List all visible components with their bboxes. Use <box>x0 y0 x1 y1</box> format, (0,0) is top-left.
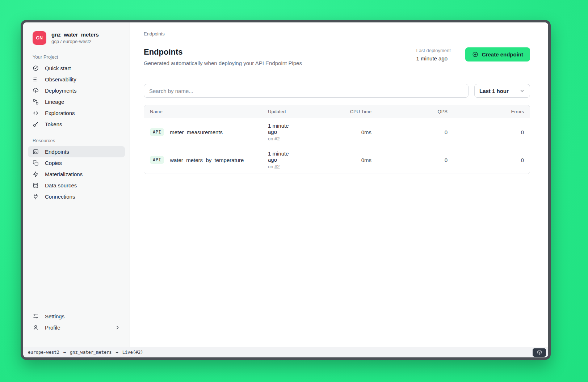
page-title: Endpoints <box>144 47 302 57</box>
sidebar-item-label: Profile <box>45 324 60 331</box>
updated-deployment: on #2 <box>268 164 299 169</box>
cube-icon <box>537 350 542 355</box>
sidebar-item-label: Materializations <box>45 171 83 177</box>
chevron-right-icon <box>115 325 120 330</box>
col-qps: QPS <box>377 109 453 114</box>
last-deployment-value: 1 minute ago <box>416 55 450 61</box>
sidebar-item-label: Connections <box>45 194 75 200</box>
search-input[interactable] <box>144 84 469 98</box>
sidebar-item-label: Observability <box>45 76 76 82</box>
errors-value: 0 <box>453 153 530 167</box>
col-name: Name <box>144 109 262 114</box>
api-badge: API <box>150 156 164 164</box>
errors-value: 0 <box>453 125 530 140</box>
cpu-time-value: 0ms <box>305 153 377 167</box>
sidebar-item-label: Lineage <box>45 99 64 105</box>
endpoint-name-link[interactable]: water_meters_by_temperature <box>170 157 244 163</box>
project-meta: gcp / europe-west2 <box>51 38 99 45</box>
plus-circle-icon <box>472 51 478 58</box>
copy-icon <box>33 160 39 166</box>
sidebar-item-label: Deployments <box>45 88 77 94</box>
sidebar-item-quick-start[interactable]: Quick start <box>28 63 125 74</box>
sidebar-item-materializations[interactable]: Materializations <box>28 169 125 180</box>
create-endpoint-button[interactable]: Create endpoint <box>465 47 530 61</box>
bolt-icon <box>33 171 39 177</box>
section-label-resources: Resources <box>23 130 130 146</box>
updated-deployment: on #2 <box>268 136 299 141</box>
sidebar-item-label: Quick start <box>45 65 71 71</box>
app-window: GN gnz_water_meters gcp / europe-west2 Y… <box>21 20 551 360</box>
sidebar-item-deployments[interactable]: Deployments <box>28 85 125 96</box>
time-filter-value: Last 1 hour <box>479 88 509 94</box>
status-project: gnz_water_meters <box>70 350 112 355</box>
avatar[interactable]: GN <box>33 31 46 45</box>
key-icon <box>33 121 39 127</box>
qps-value: 0 <box>377 125 453 140</box>
updated-on-text: on <box>268 164 273 169</box>
terminal-icon <box>33 149 39 155</box>
col-errors: Errors <box>453 109 530 114</box>
section-label-your-project: Your Project <box>23 46 130 63</box>
table-header: Name Updated CPU Time QPS Errors <box>144 105 530 118</box>
sidebar-item-endpoints[interactable]: Endpoints <box>28 146 125 157</box>
user-icon <box>33 324 39 331</box>
sidebar-item-label: Endpoints <box>45 149 69 155</box>
deployment-link[interactable]: #2 <box>274 164 280 169</box>
updated-on-text: on <box>268 136 273 141</box>
page-subtitle: Generated automatically when deploying y… <box>144 60 302 66</box>
sidebar: GN gnz_water_meters gcp / europe-west2 Y… <box>23 22 130 347</box>
sidebar-item-tokens[interactable]: Tokens <box>28 119 125 130</box>
api-badge: API <box>150 128 164 136</box>
time-filter-select[interactable]: Last 1 hour <box>474 84 530 98</box>
project-switcher[interactable]: GN gnz_water_meters gcp / europe-west2 <box>23 22 130 46</box>
last-deployment-label: Last deployment <box>416 48 450 53</box>
code-icon <box>33 110 39 116</box>
sidebar-item-label: Tokens <box>45 121 62 127</box>
sidebar-item-settings[interactable]: Settings <box>28 311 125 322</box>
cpu-time-value: 0ms <box>305 125 377 140</box>
status-live-deployment: Live(#2) <box>122 350 143 355</box>
create-endpoint-label: Create endpoint <box>482 51 523 58</box>
check-circle-icon <box>33 65 39 71</box>
cloud-upload-icon <box>33 88 39 94</box>
qps-value: 0 <box>377 153 453 167</box>
chevron-down-icon <box>519 88 525 94</box>
sidebar-item-label: Settings <box>45 313 64 319</box>
main-content: Endpoints Endpoints Generated automatica… <box>130 22 548 347</box>
sidebar-item-label: Data sources <box>45 182 77 188</box>
sidebar-footer: Settings Profile <box>23 311 130 347</box>
endpoints-table: Name Updated CPU Time QPS Errors API met… <box>144 105 530 174</box>
sidebar-item-label: Copies <box>45 160 62 166</box>
sliders-icon <box>33 313 39 319</box>
table-row[interactable]: API meter_measurements 1 minute ago on #… <box>144 118 530 146</box>
database-icon <box>33 182 39 188</box>
sidebar-item-data-sources[interactable]: Data sources <box>28 180 125 191</box>
updated-time: 1 minute ago <box>268 150 299 163</box>
sidebar-item-connections[interactable]: Connections <box>28 191 125 202</box>
breadcrumb: Endpoints <box>144 31 530 37</box>
arrow-icon: → <box>116 350 118 355</box>
sidebar-item-profile[interactable]: Profile <box>28 322 125 333</box>
project-name: gnz_water_meters <box>51 31 99 38</box>
lineage-icon <box>33 99 39 105</box>
sidebar-item-observability[interactable]: Observability <box>28 74 125 85</box>
sidebar-item-lineage[interactable]: Lineage <box>28 96 125 107</box>
endpoint-name-link[interactable]: meter_measurements <box>170 129 223 135</box>
plug-icon <box>33 194 39 200</box>
sidebar-item-copies[interactable]: Copies <box>28 157 125 169</box>
cube-button[interactable] <box>533 348 546 357</box>
status-region: europe-west2 <box>28 350 59 355</box>
sidebar-item-explorations[interactable]: Explorations <box>28 107 125 119</box>
col-updated: Updated <box>262 109 305 114</box>
status-bar: europe-west2 → gnz_water_meters → Live(#… <box>23 347 548 357</box>
sidebar-item-label: Explorations <box>45 110 75 116</box>
deployment-link[interactable]: #2 <box>274 136 280 141</box>
table-row[interactable]: API water_meters_by_temperature 1 minute… <box>144 146 530 174</box>
col-cpu-time: CPU Time <box>305 109 377 114</box>
last-deployment: Last deployment 1 minute ago <box>416 48 450 61</box>
arrow-icon: → <box>63 350 66 355</box>
updated-time: 1 minute ago <box>268 123 299 135</box>
observability-icon <box>33 76 39 82</box>
